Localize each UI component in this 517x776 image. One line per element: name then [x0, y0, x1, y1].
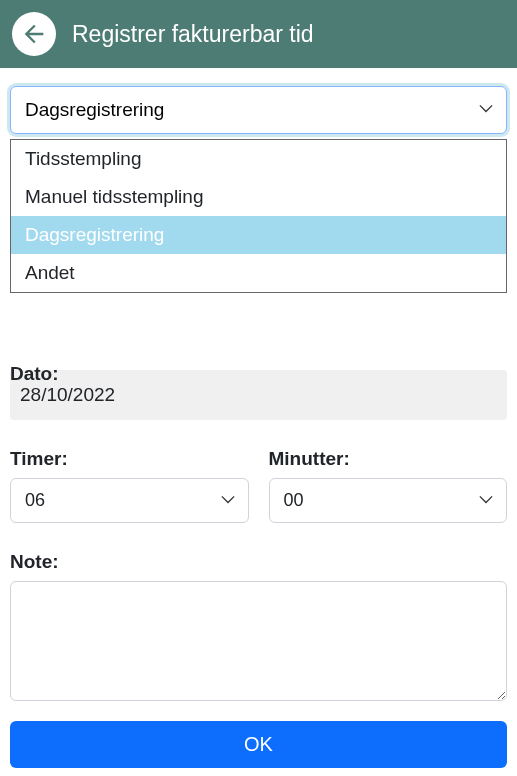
hours-select[interactable]: 06	[10, 478, 249, 523]
time-row: Timer: 06 Minutter: 00	[10, 448, 507, 523]
hours-col: Timer: 06	[10, 448, 249, 523]
date-group: 28/10/2022	[10, 370, 507, 420]
back-button[interactable]	[12, 12, 56, 56]
dropdown-option-dagsregistrering[interactable]: Dagsregistrering	[11, 216, 506, 254]
ok-button[interactable]: OK	[10, 721, 507, 768]
date-label: Dato:	[10, 363, 59, 385]
type-select[interactable]: Dagsregistrering	[10, 86, 507, 134]
minutes-select[interactable]: 00	[269, 478, 508, 523]
minutes-label: Minutter:	[269, 448, 508, 470]
hours-label: Timer:	[10, 448, 249, 470]
note-group: Note:	[10, 551, 507, 705]
type-select-wrapper: Dagsregistrering Tidsstempling Manuel ti…	[10, 86, 507, 134]
minutes-col: Minutter: 00	[269, 448, 508, 523]
arrow-left-icon	[20, 20, 48, 48]
dropdown-option-andet[interactable]: Andet	[11, 254, 506, 292]
note-textarea[interactable]	[10, 581, 507, 701]
dropdown-option-manuel[interactable]: Manuel tidsstempling	[11, 178, 506, 216]
form-content: Dagsregistrering Tidsstempling Manuel ti…	[0, 68, 517, 776]
app-header: Registrer fakturerbar tid	[0, 0, 517, 68]
type-dropdown-panel: Tidsstempling Manuel tidsstempling Dagsr…	[10, 139, 507, 293]
date-field[interactable]: 28/10/2022	[10, 370, 507, 420]
dropdown-option-tidsstempling[interactable]: Tidsstempling	[11, 140, 506, 178]
note-label: Note:	[10, 551, 507, 573]
page-title: Registrer fakturerbar tid	[72, 21, 314, 48]
